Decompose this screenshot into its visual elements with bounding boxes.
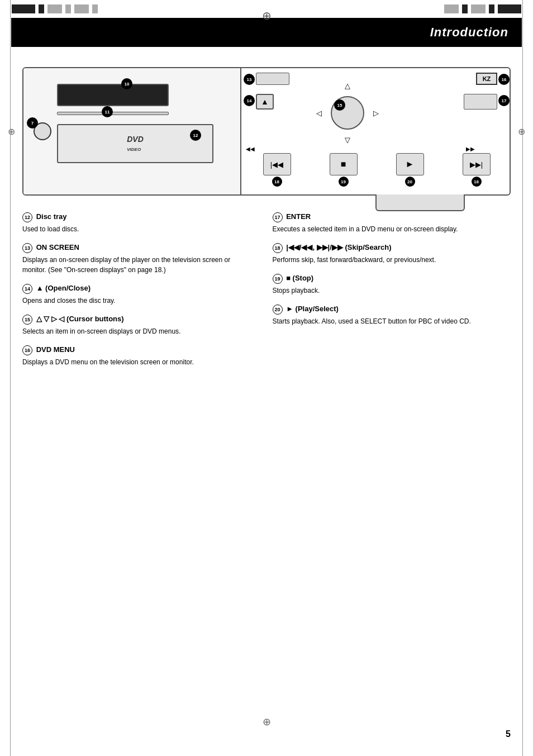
badge-14: 14 [244,95,255,106]
item-17-heading: 17 ENTER [273,212,511,222]
item-16-section: 16 DVD MENU Displays a DVD menu on the t… [22,345,250,367]
transport-row: |◀◀ 18 ■ 19 ► 20 [246,153,507,187]
stripe-4 [65,4,71,13]
item-13-heading: 13 ON SCREEN [22,243,250,253]
item-13-section: 13 ON SCREEN Displays an on-screen displ… [22,243,250,275]
badge-19: 19 [339,177,349,187]
skip-back-btn: |◀◀ [263,153,291,175]
diagram-section: 7 10 11 DVDVIDEO 12 16 KZ 13 [0,61,533,201]
badge-12: 12 [190,130,201,141]
item-20-desc: Starts playback. Also, used a SELECT but… [273,316,511,326]
stripe-r4 [489,4,494,13]
play-btn: ► [396,153,424,175]
badge-10: 10 [121,78,132,89]
item-16-desc: Displays a DVD menu on the television sc… [22,357,250,367]
item-18-badge: 18 [273,243,283,253]
content-columns: 12 Disc tray Used to load discs. 13 ON S… [0,201,533,376]
page-number: 5 [506,729,511,739]
item-12-heading: 12 Disc tray [22,212,250,222]
item-17-desc: Executes a selected item in a DVD menu o… [273,224,511,234]
item-19-section: 19 ■ (Stop) Stops playback. [273,274,511,296]
badge-7: 7 [27,117,38,129]
item-15-section: 15 △ ▽ ▷ ◁ (Cursor buttons) Selects an i… [22,315,250,336]
stripe-1 [12,4,35,13]
badge-13: 13 [244,74,255,85]
device-slot [57,112,169,115]
page-header: ⊕ Introduction [0,0,533,61]
badge-18-right: 18 [472,177,482,187]
header-crosshair: ⊕ [262,9,272,22]
item-15-desc: Selects an item in on-screen displays or… [22,326,250,336]
item-18-section: 18 |◀◀/◀◀, ▶▶|/▶▶ (Skip/Search) Performs… [273,243,511,265]
device-right-panel: 16 KZ 13 14 ▲ 17 △ ▽ ◁ ▷ 15 [241,68,512,194]
kz-box: KZ [476,73,497,85]
fast-fwd-label: ▶▶ [466,146,475,152]
item-14-desc: Opens and closes the disc tray. [22,296,250,306]
stripe-r5 [498,4,521,13]
right-column: 17 ENTER Executes a selected item in a D… [267,212,511,376]
badge-20: 20 [405,177,415,187]
item-18-heading: 18 |◀◀/◀◀, ▶▶|/▶▶ (Skip/Search) [273,243,511,253]
header-stripe-left [11,4,98,13]
dpad-down-arrow: ▽ [345,136,350,144]
item-13-desc: Displays an on-screen display of the pla… [22,255,250,275]
item-17-section: 17 ENTER Executes a selected item in a D… [273,212,511,234]
dpad-up-arrow: △ [345,82,350,90]
stripe-2 [39,4,44,13]
stripe-5 [74,4,89,13]
bottom-crosshair: ⊕ [263,710,271,734]
badge-16: 16 [498,74,510,85]
item-18-desc: Performs skip, fast forward/backward, or… [273,255,511,265]
item-12-badge: 12 [22,212,32,222]
item-16-badge: 16 [22,345,32,355]
item-13-badge: 13 [22,243,32,253]
dpad-right-arrow: ▷ [373,109,379,117]
disc-tray: DVDVIDEO [57,124,213,163]
item-14-badge: 14 [22,284,32,294]
badge-15: 15 [334,99,345,111]
device-left-panel: 7 10 11 DVDVIDEO 12 [23,68,241,194]
item-12-section: 12 Disc tray Used to load discs. [22,212,250,234]
badge-17: 17 [498,95,510,106]
badge-18-left: 18 [272,177,282,187]
device-diagram: 7 10 11 DVDVIDEO 12 16 KZ 13 [22,67,511,196]
skip-fwd-btn: ▶▶| [463,153,491,175]
dpad: △ ▽ ◁ ▷ 15 [314,79,381,146]
dvd-logo: DVDVIDEO [127,135,144,153]
stripe-r1 [444,4,459,13]
item-15-heading: 15 △ ▽ ▷ ◁ (Cursor buttons) [22,315,250,325]
item-19-desc: Stops playback. [273,286,511,296]
left-column: 12 Disc tray Used to load discs. 13 ON S… [22,212,267,376]
stripe-r3 [471,4,486,13]
item-15-badge: 15 [22,315,32,325]
badge-11: 11 [102,106,113,117]
item-19-heading: 19 ■ (Stop) [273,274,511,284]
item-20-badge: 20 [273,305,283,315]
stop-btn: ■ [330,153,358,175]
page-title: Introduction [430,25,508,40]
item-20-section: 20 ► (Play/Select) Starts playback. Also… [273,305,511,326]
item-17-badge: 17 [273,212,283,222]
stripe-3 [47,4,62,13]
header-stripe-right [444,4,522,13]
open-close-btn: ▲ [256,94,274,110]
item-20-heading: 20 ► (Play/Select) [273,305,511,315]
dpad-left-arrow: ◁ [316,109,322,117]
item-14-heading: 14 ▲ (Open/Close) [22,284,250,294]
item-19-badge: 19 [273,274,283,284]
stripe-6 [92,4,98,13]
stripe-r2 [462,4,468,13]
enter-btn [464,94,497,110]
item-14-section: 14 ▲ (Open/Close) Opens and closes the d… [22,284,250,306]
fast-back-label: ◀◀ [246,146,255,152]
right-crosshair: ⊕ [518,126,525,137]
left-crosshair: ⊕ [8,126,15,137]
on-screen-btn [256,73,289,85]
item-16-heading: 16 DVD MENU [22,345,250,355]
item-12-desc: Used to load discs. [22,224,250,234]
device-tail [375,194,465,211]
device-display [57,84,169,106]
header-top-bar: ⊕ [0,0,533,18]
